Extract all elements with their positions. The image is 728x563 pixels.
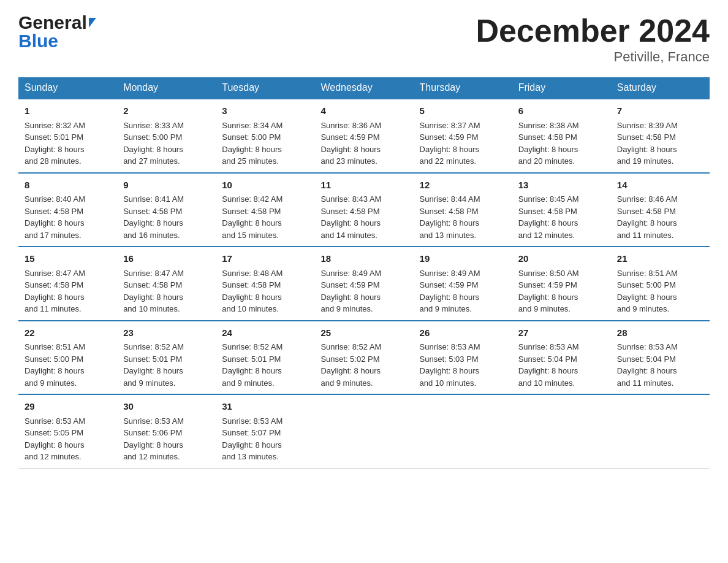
calendar-cell: 12Sunrise: 8:44 AMSunset: 4:58 PMDayligh…: [414, 173, 512, 247]
calendar-cell: [414, 394, 512, 468]
calendar-week-row-3: 15Sunrise: 8:47 AMSunset: 4:58 PMDayligh…: [18, 247, 710, 321]
header-friday: Friday: [512, 77, 611, 99]
day-number: 17: [222, 252, 308, 266]
day-info: Sunrise: 8:45 AMSunset: 4:58 PMDaylight:…: [518, 193, 605, 241]
calendar-header-row: Sunday Monday Tuesday Wednesday Thursday…: [18, 77, 710, 99]
calendar-cell: 28Sunrise: 8:53 AMSunset: 5:04 PMDayligh…: [611, 321, 710, 395]
calendar-cell: 18Sunrise: 8:49 AMSunset: 4:59 PMDayligh…: [314, 247, 413, 321]
day-number: 22: [25, 326, 111, 340]
day-info: Sunrise: 8:53 AMSunset: 5:04 PMDaylight:…: [518, 341, 605, 389]
calendar-cell: 21Sunrise: 8:51 AMSunset: 5:00 PMDayligh…: [611, 247, 710, 321]
calendar-week-row-5: 29Sunrise: 8:53 AMSunset: 5:05 PMDayligh…: [18, 394, 710, 468]
day-info: Sunrise: 8:53 AMSunset: 5:05 PMDaylight:…: [25, 415, 111, 463]
calendar-cell: 14Sunrise: 8:46 AMSunset: 4:58 PMDayligh…: [611, 173, 710, 247]
calendar-week-row-2: 8Sunrise: 8:40 AMSunset: 4:58 PMDaylight…: [18, 173, 710, 247]
day-info: Sunrise: 8:32 AMSunset: 5:01 PMDaylight:…: [25, 120, 111, 167]
calendar-cell: 27Sunrise: 8:53 AMSunset: 5:04 PMDayligh…: [512, 321, 611, 395]
calendar-cell: [512, 394, 611, 468]
calendar-cell: 31Sunrise: 8:53 AMSunset: 5:07 PMDayligh…: [216, 394, 314, 468]
day-info: Sunrise: 8:44 AMSunset: 4:58 PMDaylight:…: [420, 193, 506, 241]
header-wednesday: Wednesday: [314, 77, 413, 99]
calendar-cell: 17Sunrise: 8:48 AMSunset: 4:58 PMDayligh…: [216, 247, 314, 321]
calendar-cell: 7Sunrise: 8:39 AMSunset: 4:58 PMDaylight…: [611, 99, 710, 173]
calendar-cell: 22Sunrise: 8:51 AMSunset: 5:00 PMDayligh…: [18, 321, 117, 395]
day-info: Sunrise: 8:47 AMSunset: 4:58 PMDaylight:…: [25, 267, 111, 315]
calendar-cell: 11Sunrise: 8:43 AMSunset: 4:58 PMDayligh…: [314, 173, 413, 247]
calendar-cell: 29Sunrise: 8:53 AMSunset: 5:05 PMDayligh…: [18, 394, 117, 468]
day-number: 31: [222, 400, 308, 414]
calendar-week-row-4: 22Sunrise: 8:51 AMSunset: 5:00 PMDayligh…: [18, 321, 710, 395]
header-saturday: Saturday: [611, 77, 710, 99]
day-info: Sunrise: 8:49 AMSunset: 4:59 PMDaylight:…: [320, 267, 407, 315]
day-number: 26: [420, 326, 506, 340]
calendar-cell: 2Sunrise: 8:33 AMSunset: 5:00 PMDaylight…: [117, 99, 216, 173]
calendar-cell: 15Sunrise: 8:47 AMSunset: 4:58 PMDayligh…: [18, 247, 117, 321]
calendar-cell: 30Sunrise: 8:53 AMSunset: 5:06 PMDayligh…: [117, 394, 216, 468]
day-info: Sunrise: 8:52 AMSunset: 5:01 PMDaylight:…: [222, 341, 308, 389]
calendar-cell: 24Sunrise: 8:52 AMSunset: 5:01 PMDayligh…: [216, 321, 314, 395]
day-info: Sunrise: 8:41 AMSunset: 4:58 PMDaylight:…: [123, 193, 210, 241]
day-number: 8: [25, 178, 111, 193]
calendar-cell: 9Sunrise: 8:41 AMSunset: 4:58 PMDaylight…: [117, 173, 216, 247]
day-number: 4: [320, 104, 407, 118]
day-number: 16: [123, 252, 210, 266]
day-number: 1: [25, 104, 111, 118]
page-header: General Blue December 2024 Petiville, Fr…: [18, 12, 710, 65]
day-number: 5: [420, 104, 506, 118]
day-info: Sunrise: 8:51 AMSunset: 5:00 PMDaylight:…: [25, 341, 111, 389]
day-number: 27: [518, 326, 605, 340]
day-number: 7: [617, 104, 703, 118]
day-info: Sunrise: 8:48 AMSunset: 4:58 PMDaylight:…: [222, 267, 308, 315]
day-info: Sunrise: 8:53 AMSunset: 5:03 PMDaylight:…: [420, 341, 506, 389]
day-number: 29: [25, 400, 111, 414]
day-number: 10: [222, 178, 308, 193]
day-info: Sunrise: 8:53 AMSunset: 5:07 PMDaylight:…: [222, 415, 308, 463]
header-tuesday: Tuesday: [216, 77, 314, 99]
day-info: Sunrise: 8:43 AMSunset: 4:58 PMDaylight:…: [320, 193, 407, 241]
day-number: 21: [617, 252, 703, 266]
day-number: 25: [320, 326, 407, 340]
calendar-cell: 8Sunrise: 8:40 AMSunset: 4:58 PMDaylight…: [18, 173, 117, 247]
calendar-week-row-1: 1Sunrise: 8:32 AMSunset: 5:01 PMDaylight…: [18, 99, 710, 173]
day-number: 18: [320, 252, 407, 266]
header-sunday: Sunday: [18, 77, 117, 99]
month-title: December 2024: [476, 12, 710, 49]
calendar-cell: 25Sunrise: 8:52 AMSunset: 5:02 PMDayligh…: [314, 321, 413, 395]
logo-general-text: General: [18, 12, 87, 33]
calendar-cell: 10Sunrise: 8:42 AMSunset: 4:58 PMDayligh…: [216, 173, 314, 247]
day-number: 28: [617, 326, 703, 340]
calendar-table: Sunday Monday Tuesday Wednesday Thursday…: [18, 77, 710, 469]
calendar-cell: 19Sunrise: 8:49 AMSunset: 4:59 PMDayligh…: [414, 247, 512, 321]
calendar-cell: 1Sunrise: 8:32 AMSunset: 5:01 PMDaylight…: [18, 99, 117, 173]
day-info: Sunrise: 8:53 AMSunset: 5:06 PMDaylight:…: [123, 415, 210, 463]
day-number: 3: [222, 104, 308, 118]
calendar-cell: 16Sunrise: 8:47 AMSunset: 4:58 PMDayligh…: [117, 247, 216, 321]
day-number: 14: [617, 178, 703, 193]
logo: General Blue: [18, 12, 96, 52]
calendar-cell: 4Sunrise: 8:36 AMSunset: 4:59 PMDaylight…: [314, 99, 413, 173]
day-info: Sunrise: 8:34 AMSunset: 5:00 PMDaylight:…: [222, 120, 308, 167]
calendar-cell: 5Sunrise: 8:37 AMSunset: 4:59 PMDaylight…: [414, 99, 512, 173]
logo-arrow-icon: [89, 18, 96, 28]
day-info: Sunrise: 8:53 AMSunset: 5:04 PMDaylight:…: [617, 341, 703, 389]
day-info: Sunrise: 8:38 AMSunset: 4:58 PMDaylight:…: [518, 120, 605, 167]
header-monday: Monday: [117, 77, 216, 99]
title-section: December 2024 Petiville, France: [476, 12, 710, 65]
day-number: 11: [320, 178, 407, 193]
day-info: Sunrise: 8:49 AMSunset: 4:59 PMDaylight:…: [420, 267, 506, 315]
logo-blue-text: Blue: [18, 31, 96, 52]
day-number: 15: [25, 252, 111, 266]
day-number: 30: [123, 400, 210, 414]
calendar-cell: 23Sunrise: 8:52 AMSunset: 5:01 PMDayligh…: [117, 321, 216, 395]
day-number: 2: [123, 104, 210, 118]
calendar-cell: [314, 394, 413, 468]
day-number: 13: [518, 178, 605, 193]
calendar-cell: 20Sunrise: 8:50 AMSunset: 4:59 PMDayligh…: [512, 247, 611, 321]
day-number: 6: [518, 104, 605, 118]
day-info: Sunrise: 8:42 AMSunset: 4:58 PMDaylight:…: [222, 193, 308, 241]
day-info: Sunrise: 8:33 AMSunset: 5:00 PMDaylight:…: [123, 120, 210, 167]
day-number: 20: [518, 252, 605, 266]
calendar-cell: [611, 394, 710, 468]
day-info: Sunrise: 8:50 AMSunset: 4:59 PMDaylight:…: [518, 267, 605, 315]
calendar-cell: 13Sunrise: 8:45 AMSunset: 4:58 PMDayligh…: [512, 173, 611, 247]
